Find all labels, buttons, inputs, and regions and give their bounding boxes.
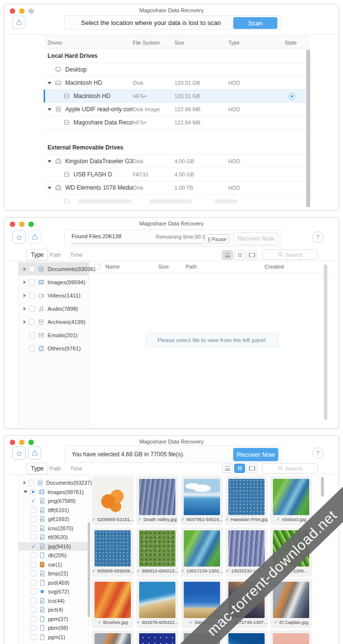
- file-card[interactable]: [136, 630, 178, 644]
- sidebar-item[interactable]: Images(99761): [19, 488, 89, 497]
- search-input[interactable]: Search: [262, 463, 318, 473]
- table-row[interactable]: Magoshare Data Recovery HFS+ 122.84 MB: [44, 116, 310, 129]
- help-button[interactable]: ?: [312, 231, 323, 243]
- help-button[interactable]: ?: [312, 447, 323, 459]
- disclosure-icon[interactable]: [24, 307, 26, 311]
- scrollbar-thumb[interactable]: [324, 264, 327, 420]
- tab-time[interactable]: Time: [70, 466, 82, 471]
- table-row[interactable]: Desktop: [44, 63, 310, 76]
- checkbox[interactable]: [30, 562, 36, 568]
- sidebar-item[interactable]: bmp(22): [19, 569, 89, 578]
- checkbox[interactable]: [30, 489, 36, 495]
- state-radio[interactable]: [289, 93, 295, 99]
- file-card[interactable]: 686612-690213...: [136, 527, 178, 577]
- checkbox[interactable]: [30, 634, 36, 640]
- file-card[interactable]: 13017230-1302...: [181, 527, 223, 577]
- sidebar-item[interactable]: icns(2870): [19, 524, 89, 533]
- scrollbar-thumb[interactable]: [306, 50, 310, 207]
- checkbox[interactable]: [30, 598, 36, 604]
- tab-type[interactable]: Type: [26, 463, 48, 474]
- table-row[interactable]: USB FLASH D FAT32 4.00 GB: [44, 168, 310, 181]
- sidebar-item[interactable]: Audio(7898): [19, 302, 89, 315]
- disclosure-icon[interactable]: [24, 294, 26, 297]
- checkbox[interactable]: [29, 293, 35, 298]
- tab-path[interactable]: Path: [49, 466, 61, 471]
- sidebar-item[interactable]: Others(9761): [19, 342, 89, 355]
- sidebar-item[interactable]: ppm(37): [19, 615, 89, 624]
- checkbox[interactable]: [30, 534, 36, 540]
- tab-type[interactable]: Type: [26, 249, 48, 261]
- pause-button[interactable]: || Pause: [205, 234, 229, 244]
- checkbox[interactable]: [28, 480, 34, 486]
- recover-now-button[interactable]: Recover Now: [233, 232, 278, 245]
- sidebar-item[interactable]: svg(672): [19, 587, 89, 596]
- file-card[interactable]: Hawaiian Print.jpg: [225, 476, 268, 525]
- scan-button[interactable]: Scan: [233, 17, 277, 29]
- import-scan-button[interactable]: [12, 16, 25, 29]
- disclosure-icon[interactable]: [48, 160, 51, 163]
- preview-view-button[interactable]: [246, 250, 257, 260]
- checkbox[interactable]: [30, 580, 36, 586]
- checkbox[interactable]: [30, 552, 36, 558]
- checkbox[interactable]: [29, 319, 35, 325]
- file-card[interactable]: [92, 630, 134, 644]
- sidebar-item[interactable]: Documents(93237): [19, 478, 89, 488]
- disclosure-icon[interactable]: [24, 280, 26, 284]
- sidebar-item[interactable]: ✓ jpg(9416): [19, 542, 89, 551]
- checkbox[interactable]: [30, 507, 36, 513]
- disclosure-icon[interactable]: [24, 491, 27, 493]
- list-view-button[interactable]: [222, 464, 233, 473]
- sidebar-item[interactable]: pgm(1): [19, 633, 89, 642]
- list-view-button[interactable]: [222, 250, 233, 260]
- disclosure-icon[interactable]: [48, 82, 51, 84]
- checkbox[interactable]: [30, 570, 36, 576]
- grid-view-button[interactable]: [234, 464, 245, 473]
- checkbox[interactable]: [30, 616, 36, 622]
- tab-path[interactable]: Path: [49, 252, 61, 258]
- export-button[interactable]: [28, 230, 41, 244]
- sidebar-item[interactable]: db(295): [19, 551, 89, 560]
- select-all-checkbox[interactable]: [95, 264, 100, 270]
- sidebar-item[interactable]: ✓ png(67589): [19, 496, 89, 506]
- scrollbar-thumb[interactable]: [321, 477, 324, 496]
- export-button[interactable]: [28, 446, 41, 460]
- file-card[interactable]: 6647951-66516...: [181, 476, 223, 525]
- disclosure-icon[interactable]: [24, 320, 26, 324]
- sidebar-item[interactable]: Documents(93036): [19, 262, 89, 275]
- file-card[interactable]: [225, 630, 268, 644]
- file-card[interactable]: Brushes.jpg: [92, 579, 134, 628]
- file-card[interactable]: [270, 630, 312, 644]
- sidebar-item[interactable]: Videos(1411): [19, 289, 89, 302]
- file-card[interactable]: Death Valley.jpg: [136, 476, 178, 525]
- search-input[interactable]: Search: [262, 249, 318, 260]
- checkbox[interactable]: ✓: [30, 544, 36, 549]
- checkbox[interactable]: [30, 589, 36, 594]
- home-button[interactable]: [12, 446, 25, 460]
- checkbox[interactable]: [29, 306, 35, 312]
- checkbox[interactable]: [29, 346, 35, 351]
- sidebar-item[interactable]: gif(1692): [19, 515, 89, 524]
- sidebar-item[interactable]: Archives(4199): [19, 315, 89, 328]
- checkbox[interactable]: [29, 266, 35, 272]
- grid-view-button[interactable]: [234, 250, 245, 260]
- home-button[interactable]: [12, 230, 25, 244]
- tab-time[interactable]: Time: [70, 252, 82, 258]
- sidebar-scrollbar-thumb[interactable]: [88, 522, 90, 617]
- checkbox[interactable]: ✓: [30, 498, 36, 504]
- sidebar-item[interactable]: psd(459): [19, 578, 89, 588]
- recover-now-button[interactable]: Recover Now: [233, 448, 278, 461]
- preview-view-button[interactable]: [246, 464, 257, 473]
- checkbox[interactable]: [30, 607, 36, 613]
- sidebar-item[interactable]: tif(9520): [19, 533, 89, 542]
- disclosure-icon[interactable]: [24, 267, 26, 271]
- file-card[interactable]: Abstract.jpg: [270, 476, 312, 525]
- table-row[interactable]: Macintosh HD HFS+ 120.01 GB: [44, 90, 310, 103]
- sidebar-item[interactable]: xar(1): [19, 560, 89, 570]
- table-row[interactable]: Kingston DataTraveler G3 Media Disk 4.00…: [44, 155, 310, 168]
- table-row[interactable]: WD Elements 1078 Media Disk 1.00 TB HDD: [44, 181, 310, 195]
- sidebar-item[interactable]: Images(99594): [19, 275, 89, 289]
- sidebar-item[interactable]: tiff(6101): [19, 506, 89, 515]
- file-card[interactable]: 655608-659209...: [92, 527, 134, 577]
- checkbox[interactable]: [29, 332, 35, 338]
- disclosure-icon[interactable]: [48, 108, 51, 111]
